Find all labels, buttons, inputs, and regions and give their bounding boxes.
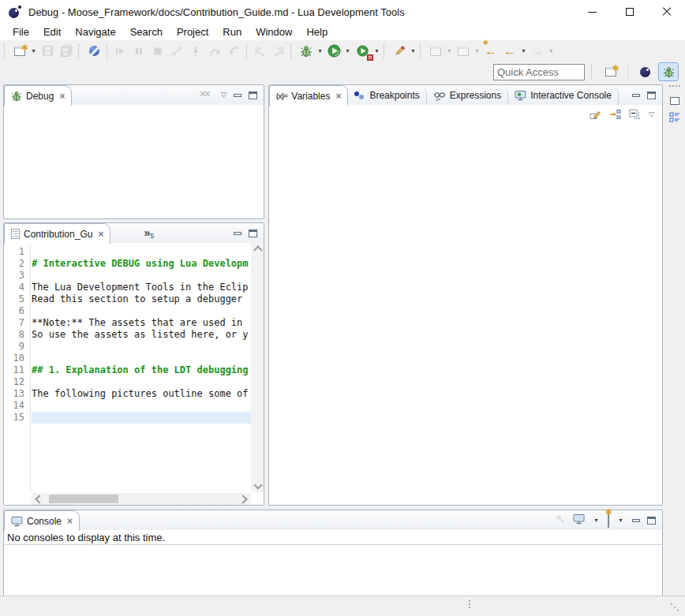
minimize-console-button[interactable]: [632, 519, 640, 522]
run-dropdown[interactable]: ▾: [343, 43, 352, 60]
menu-navigate[interactable]: Navigate: [68, 24, 122, 39]
tab-variables[interactable]: (x)= Variables ×: [269, 85, 348, 106]
menu-project[interactable]: Project: [170, 24, 215, 39]
editor-line-12[interactable]: [32, 376, 251, 388]
sash-handle[interactable]: [469, 600, 470, 602]
hscroll-thumb[interactable]: [49, 495, 118, 503]
menu-search[interactable]: Search: [123, 24, 170, 39]
terminate-button[interactable]: [148, 43, 167, 60]
minimize-view-button[interactable]: [234, 94, 241, 97]
menu-window[interactable]: Window: [249, 24, 299, 39]
previous-annotation-dropdown[interactable]: ▾: [473, 43, 481, 60]
step-into-button[interactable]: [186, 43, 205, 60]
outline-view-icon[interactable]: [669, 112, 680, 123]
disconnect-button[interactable]: [167, 43, 186, 60]
external-tools-dropdown[interactable]: ▾: [409, 43, 417, 60]
display-selected-console-button[interactable]: [573, 513, 585, 528]
menu-help[interactable]: Help: [299, 24, 335, 39]
lua-perspective-button[interactable]: [635, 63, 654, 80]
scroll-right-icon[interactable]: [238, 495, 247, 503]
editor-vertical-scrollbar[interactable]: [251, 243, 264, 492]
close-editor-icon[interactable]: ×: [98, 230, 103, 239]
forward-dropdown[interactable]: ▾: [547, 43, 556, 60]
menu-edit[interactable]: Edit: [36, 24, 68, 39]
close-variables-icon[interactable]: ×: [335, 91, 341, 101]
new-button[interactable]: [10, 43, 29, 60]
pin-console-button[interactable]: [555, 513, 566, 528]
resume-button[interactable]: [110, 43, 129, 60]
scroll-down-icon[interactable]: [253, 480, 262, 489]
editor-line-11[interactable]: ## 1. Explanation of the LDT debugging: [32, 364, 251, 376]
step-return-button[interactable]: [224, 43, 243, 60]
maximize-view-button[interactable]: [249, 91, 257, 99]
restore-view-icon[interactable]: [670, 97, 679, 105]
drop-to-frame-button[interactable]: [269, 43, 288, 60]
editor-text[interactable]: # Interactive DEBUG using Lua DevelopmTh…: [32, 243, 251, 492]
tab-expressions[interactable]: x= Expressions: [427, 86, 508, 105]
variables-view-menu-icon[interactable]: ▽: [649, 111, 654, 118]
resize-grip[interactable]: [671, 603, 672, 605]
run-last-dropdown[interactable]: ▾: [372, 43, 381, 60]
tab-debug[interactable]: Debug ×: [4, 85, 72, 106]
debug-dropdown[interactable]: ▾: [316, 43, 324, 60]
editor-line-4[interactable]: The Lua Development Tools in the Eclip: [32, 282, 251, 293]
use-step-filters-button[interactable]: [250, 43, 269, 60]
editor-line-7[interactable]: **Note:** The assets that are used in: [32, 317, 251, 329]
last-edit-location-button[interactable]: ←: [481, 43, 500, 60]
external-tools-button[interactable]: [390, 43, 409, 60]
scroll-up-icon[interactable]: [253, 245, 262, 254]
menu-run[interactable]: Run: [215, 24, 249, 39]
display-console-dropdown[interactable]: ▾: [592, 512, 601, 529]
tab-contribution-guide[interactable]: Contribution_Gu ×: [4, 223, 110, 244]
next-annotation-dropdown[interactable]: ▾: [445, 43, 454, 60]
editor-line-14[interactable]: [32, 400, 251, 412]
next-annotation-button[interactable]: [426, 43, 445, 60]
close-window-button[interactable]: [648, 0, 685, 24]
tab-breakpoints[interactable]: Breakpoints: [348, 86, 426, 105]
quick-access-input[interactable]: [493, 64, 585, 80]
editor-body[interactable]: 123456789101112131415 # Interactive DEBU…: [4, 243, 264, 505]
editor-line-3[interactable]: [32, 270, 251, 282]
maximize-editor-button[interactable]: [249, 230, 257, 237]
tab-interactive-console[interactable]: Interactive Console: [508, 86, 619, 105]
maximize-window-button[interactable]: [611, 0, 648, 24]
save-all-button[interactable]: [57, 43, 76, 60]
editor-horizontal-scrollbar[interactable]: [32, 493, 251, 505]
menu-file[interactable]: File: [6, 24, 36, 39]
back-dropdown[interactable]: ▾: [519, 43, 528, 60]
editor-line-15[interactable]: [32, 412, 251, 424]
remove-all-terminated-button[interactable]: ××: [200, 90, 214, 100]
step-over-button[interactable]: [205, 43, 224, 60]
editor-line-9[interactable]: [32, 341, 251, 353]
new-dropdown[interactable]: ▾: [29, 43, 38, 60]
forward-button[interactable]: →: [528, 43, 547, 60]
open-perspective-button[interactable]: [601, 63, 620, 80]
hidden-editors-chevron[interactable]: »5: [144, 227, 154, 240]
debug-perspective-button[interactable]: [658, 62, 679, 81]
tab-console[interactable]: Console ×: [4, 510, 80, 531]
editor-line-8[interactable]: So use the assets as listed here, or y: [32, 329, 251, 341]
editor-line-10[interactable]: [32, 353, 251, 364]
change-variable-value-icon[interactable]: [590, 109, 601, 120]
save-button[interactable]: [38, 43, 57, 60]
editor-line-6[interactable]: [32, 305, 251, 317]
minimize-editor-button[interactable]: [234, 232, 241, 235]
run-button[interactable]: [324, 43, 343, 60]
debug-button[interactable]: [297, 43, 316, 60]
scroll-left-icon[interactable]: [35, 495, 43, 503]
show-logical-structures-icon[interactable]: [609, 109, 621, 120]
close-debug-view-icon[interactable]: ×: [59, 91, 65, 101]
open-console-button[interactable]: [608, 513, 609, 528]
editor-line-2[interactable]: # Interactive DEBUG using Lua Developm: [32, 258, 251, 270]
minimize-variables-button[interactable]: [632, 94, 640, 97]
editor-line-5[interactable]: Read this section to setup a debugger: [32, 293, 251, 305]
editor-line-13[interactable]: The following pictures outline some of: [32, 388, 251, 400]
collapse-all-icon[interactable]: [629, 109, 641, 120]
view-menu-icon[interactable]: ▽: [221, 91, 226, 99]
close-console-icon[interactable]: ×: [67, 517, 73, 526]
strip-handle[interactable]: [669, 85, 680, 87]
previous-annotation-button[interactable]: [454, 43, 473, 60]
editor-line-1[interactable]: [32, 246, 251, 258]
suspend-button[interactable]: [129, 43, 148, 60]
run-last-button[interactable]: [352, 43, 372, 60]
